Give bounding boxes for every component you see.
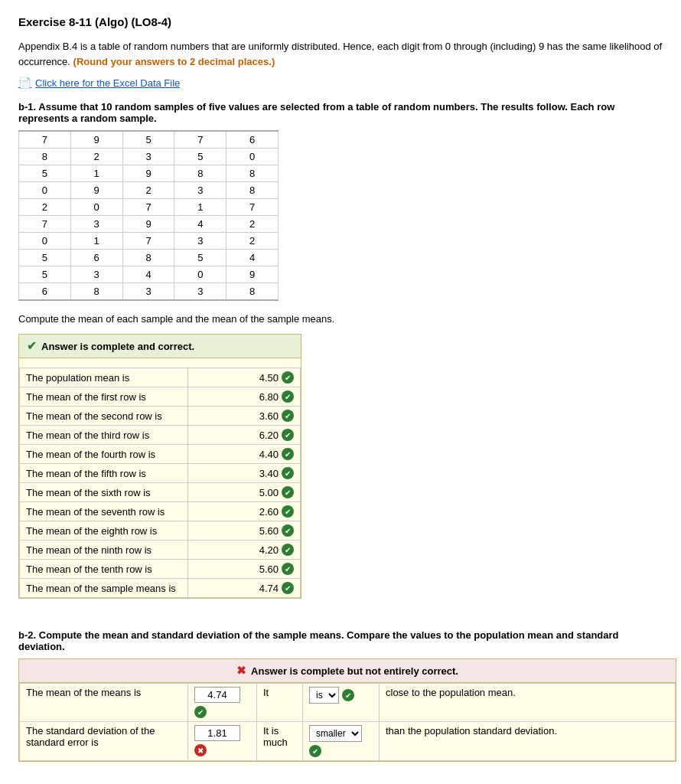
check-circle: ✔ (282, 505, 294, 518)
answer-row: The mean of the second row is3.60✔ (20, 407, 301, 426)
data-cell: 7 (122, 233, 174, 250)
b2-row: The mean of the means is ✔Itis ✔close to… (20, 684, 676, 722)
check-circle: ✔ (282, 390, 294, 403)
answer-box-b2: ✖ Answer is complete but not entirely co… (18, 658, 676, 762)
answer-row: The mean of the third row is6.20✔ (20, 426, 301, 445)
answer-row: The mean of the fourth row is4.40✔ (20, 445, 301, 464)
answer-row-label: The mean of the ninth row is (20, 541, 188, 560)
answer-row: The mean of the sample means is4.74✔ (20, 579, 301, 598)
data-cell: 1 (174, 199, 226, 216)
data-cell: 7 (19, 216, 71, 233)
answer-row: The mean of the seventh row is2.60✔ (20, 502, 301, 521)
data-cell: 4 (174, 216, 226, 233)
answer-row-value: 4.40✔ (188, 445, 301, 464)
data-cell: 2 (122, 182, 174, 199)
b2-row-label: The standard deviation of the standard e… (20, 722, 188, 761)
check-circle: ✔ (282, 582, 294, 594)
data-cell: 3 (122, 283, 174, 301)
data-cell: 9 (122, 216, 174, 233)
data-cell: 5 (19, 165, 71, 182)
answer-row-value: 5.60✔ (188, 560, 301, 579)
answer-row-value: 3.60✔ (188, 407, 301, 426)
check-circle-dropdown: ✔ (309, 745, 321, 757)
b2-section-label: b-2. Compute the mean and standard devia… (18, 629, 663, 652)
data-cell: 3 (174, 283, 226, 301)
data-cell: 9 (226, 266, 279, 283)
data-cell: 8 (19, 149, 71, 165)
b2-dropdown[interactable]: is (309, 687, 339, 704)
b2-dropdown[interactable]: smaller (309, 725, 362, 742)
b2-wide-table: The mean of the means is ✔Itis ✔close to… (19, 683, 676, 761)
data-cell: 6 (19, 283, 71, 301)
data-cell: 3 (70, 266, 122, 283)
data-cell: 3 (174, 182, 226, 199)
b2-answer-header: ✖ Answer is complete but not entirely co… (19, 659, 676, 683)
data-cell: 3 (70, 216, 122, 233)
answer-row-value: 5.00✔ (188, 483, 301, 502)
answer-row-label: The mean of the sixth row is (20, 483, 188, 502)
data-cell: 0 (70, 199, 122, 216)
answer-row-value: 4.50✔ (188, 368, 301, 387)
data-cell: 4 (122, 266, 174, 283)
compute-text: Compute the mean of each sample and the … (18, 313, 663, 325)
answer-row-label: The mean of the fifth row is (20, 464, 188, 483)
answer-row-value: 6.20✔ (188, 426, 301, 445)
b1-section-label: b-1. Assume that 10 random samples of fi… (18, 101, 663, 124)
data-cell: 2 (19, 199, 71, 216)
b2-value-input[interactable] (194, 687, 240, 703)
answer-table: The population mean is4.50✔The mean of t… (19, 358, 301, 598)
answer-row-value: 3.40✔ (188, 464, 301, 483)
data-cell: 1 (70, 165, 122, 182)
check-circle: ✔ (282, 371, 294, 384)
answer-box-b1: ✔ Answer is complete and correct. The po… (18, 334, 301, 599)
data-cell: 0 (174, 266, 226, 283)
b2-dropdown-cell[interactable]: is ✔ (303, 684, 380, 722)
answer-row: The mean of the tenth row is5.60✔ (20, 560, 301, 579)
b2-row-value-cell: ✖ (188, 722, 257, 761)
data-cell: 5 (19, 266, 71, 283)
check-circle: ✔ (282, 410, 294, 422)
check-circle-dropdown: ✔ (342, 689, 354, 701)
b2-row: The standard deviation of the standard e… (20, 722, 676, 761)
data-cell: 0 (226, 149, 279, 165)
data-cell: 2 (226, 216, 279, 233)
answer-row-value: 4.74✔ (188, 579, 301, 598)
data-cell: 8 (70, 283, 122, 301)
answer-row-value: 5.60✔ (188, 521, 301, 541)
data-table: 7957682350519880923820717739420173256854… (18, 130, 279, 301)
data-cell: 3 (122, 149, 174, 165)
intro-paragraph: Appendix B.4 is a table of random number… (18, 39, 663, 69)
data-cell: 8 (174, 165, 226, 182)
answer-row-label: The mean of the first row is (20, 387, 188, 407)
data-cell: 9 (122, 165, 174, 182)
answer-row: The mean of the fifth row is3.40✔ (20, 464, 301, 483)
answer-row: The mean of the first row is6.80✔ (20, 387, 301, 407)
check-circle: ✔ (282, 544, 294, 556)
data-cell: 8 (226, 182, 279, 199)
check-circle: ✔ (282, 448, 294, 460)
answer-row-label: The mean of the seventh row is (20, 502, 188, 521)
excel-icon: 📄 (18, 77, 31, 89)
data-cell: 2 (226, 233, 279, 250)
b2-value-input[interactable] (194, 725, 240, 741)
data-cell: 8 (122, 250, 174, 266)
b2-end-text: close to the population mean. (380, 684, 676, 722)
answer-row-value: 4.20✔ (188, 541, 301, 560)
check-circle: ✔ (194, 706, 207, 718)
check-circle: ✔ (282, 563, 294, 575)
data-cell: 5 (174, 250, 226, 266)
data-cell: 2 (70, 149, 122, 165)
x-circle: ✖ (194, 744, 207, 756)
answer-row-label: The mean of the sample means is (20, 579, 188, 598)
answer-row-value: 6.80✔ (188, 387, 301, 407)
excel-link[interactable]: 📄 Click here for the Excel Data File (18, 77, 663, 89)
data-cell: 7 (19, 131, 71, 149)
check-circle: ✔ (282, 486, 294, 498)
b2-dropdown-cell[interactable]: smaller ✔ (303, 722, 380, 761)
b2-middle1: It is much (257, 722, 303, 761)
answer-row-label: The mean of the tenth row is (20, 560, 188, 579)
check-circle: ✔ (282, 429, 294, 441)
answer-row: The mean of the sixth row is5.00✔ (20, 483, 301, 502)
exercise-title: Exercise 8-11 (Algo) (LO8-4) (18, 15, 663, 28)
answer-row: The population mean is4.50✔ (20, 368, 301, 387)
